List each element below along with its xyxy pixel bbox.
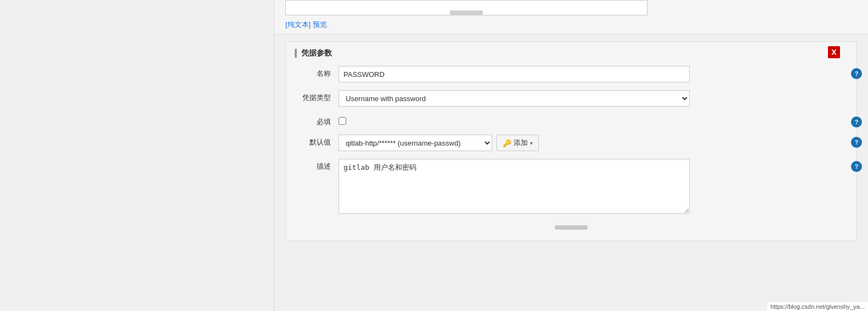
name-row: 名称 ?: [295, 66, 848, 82]
type-label: 凭据类型: [295, 90, 339, 103]
required-row: 必填 ?: [295, 114, 848, 127]
required-checkbox[interactable]: [339, 117, 346, 125]
name-help-icon[interactable]: ?: [851, 68, 862, 79]
top-textarea-box: [285, 0, 647, 15]
bottom-scroll: [295, 223, 848, 232]
left-sidebar: [0, 0, 274, 311]
main-content: [纯文本] 预览 X 凭据参数 名称 ? 凭据类型: [274, 0, 868, 311]
required-checkbox-wrap: [339, 114, 690, 126]
required-help-icon[interactable]: ?: [851, 116, 862, 127]
key-icon: 🔑: [503, 139, 511, 147]
description-textarea-wrap: gitlab 用户名和密码: [339, 159, 690, 215]
credentials-section: X 凭据参数 名称 ? 凭据类型 Username with password: [285, 41, 857, 241]
default-control-wrap: qitlab-http/****** (username-passwd) 🔑 添…: [339, 135, 690, 151]
section-header: 凭据参数: [295, 48, 848, 58]
title-bar-decoration: [295, 49, 297, 58]
type-select-wrap: Username with password SSH Username with…: [339, 90, 690, 107]
type-select[interactable]: Username with password SSH Username with…: [339, 90, 690, 107]
default-select[interactable]: qitlab-http/****** (username-passwd): [339, 135, 492, 151]
url-bar: https://blog.csdn.net/givenshy_ya...: [767, 302, 868, 311]
description-label: 描述: [295, 159, 339, 171]
preview-link[interactable]: [纯文本] 预览: [285, 20, 327, 30]
close-button[interactable]: X: [828, 46, 840, 58]
type-row: 凭据类型 Username with password SSH Username…: [295, 90, 848, 107]
description-help-icon[interactable]: ?: [851, 161, 862, 172]
default-label: 默认值: [295, 135, 339, 147]
section-title: 凭据参数: [301, 48, 332, 58]
add-button-caret: ▾: [530, 140, 533, 146]
description-row: 描述 gitlab 用户名和密码 ?: [295, 159, 848, 215]
name-input-wrap: [339, 66, 690, 82]
add-button[interactable]: 🔑 添加 ▾: [497, 135, 539, 151]
textarea-scrollbar: [450, 10, 483, 15]
name-label: 名称: [295, 66, 339, 79]
required-label: 必填: [295, 114, 339, 127]
default-row: 默认值 qitlab-http/****** (username-passwd)…: [295, 135, 848, 151]
default-value-wrap: qitlab-http/****** (username-passwd) 🔑 添…: [339, 135, 690, 151]
top-section: [纯文本] 预览: [274, 0, 868, 35]
name-input[interactable]: [339, 66, 690, 82]
horizontal-scrollbar[interactable]: [555, 225, 588, 230]
description-textarea[interactable]: gitlab 用户名和密码: [339, 159, 690, 214]
add-button-label: 添加: [514, 138, 528, 148]
default-help-icon[interactable]: ?: [851, 137, 862, 148]
